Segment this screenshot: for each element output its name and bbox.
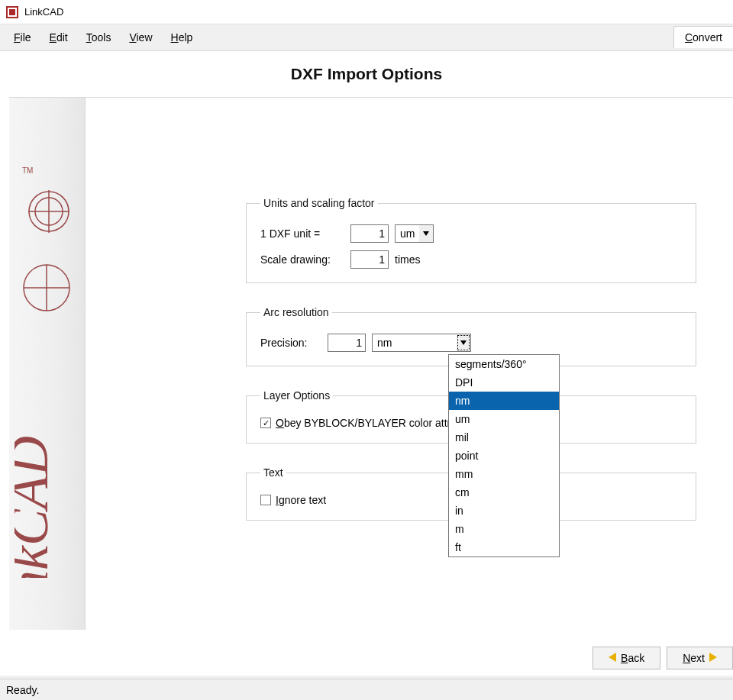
chevron-down-icon[interactable] bbox=[457, 334, 470, 351]
menu-view[interactable]: View bbox=[120, 27, 161, 48]
precision-option[interactable]: mil bbox=[449, 428, 559, 447]
scale-suffix: times bbox=[395, 253, 420, 266]
precision-dropdown-list[interactable]: segments/360° DPI nm um mil point mm cm … bbox=[448, 354, 560, 557]
obey-checkbox[interactable] bbox=[260, 418, 271, 428]
precision-value-input[interactable] bbox=[328, 334, 366, 352]
precision-option[interactable]: in bbox=[449, 502, 559, 520]
precision-combo-value: nm bbox=[373, 334, 457, 351]
unit-combo[interactable]: um bbox=[395, 224, 434, 243]
next-label: Next bbox=[683, 652, 705, 664]
back-label: Back bbox=[621, 652, 644, 664]
precision-option[interactable]: segments/360° bbox=[449, 355, 559, 373]
precision-option[interactable]: um bbox=[449, 410, 559, 428]
precision-option[interactable]: ft bbox=[449, 538, 559, 556]
group-arc-legend: Arc resolution bbox=[260, 306, 332, 318]
svg-rect-2 bbox=[9, 9, 15, 15]
menu-edit[interactable]: Edit bbox=[40, 27, 77, 48]
precision-option[interactable]: cm bbox=[449, 483, 559, 502]
scale-value-input[interactable] bbox=[350, 250, 389, 269]
svg-marker-14 bbox=[609, 653, 616, 662]
sidebar-logo: linkCAD TM bbox=[9, 98, 86, 630]
triangle-left-icon bbox=[609, 652, 616, 664]
precision-option[interactable]: DPI bbox=[449, 373, 559, 392]
precision-option[interactable]: nm bbox=[449, 392, 559, 410]
ignore-text-label[interactable]: Ignore text bbox=[276, 494, 326, 506]
svg-marker-13 bbox=[460, 340, 467, 345]
next-button[interactable]: Next bbox=[667, 647, 733, 669]
statusbar: Ready. bbox=[0, 679, 733, 700]
unit-label: 1 DXF unit = bbox=[260, 227, 344, 240]
main-panel: DXF Import Options linkCAD TM bbox=[0, 50, 733, 676]
titlebar: LinkCAD bbox=[0, 0, 733, 24]
group-units: Units and scaling factor 1 DXF unit = um… bbox=[246, 197, 696, 283]
svg-marker-12 bbox=[423, 231, 429, 236]
group-text-legend: Text bbox=[260, 466, 286, 479]
tab-convert[interactable]: Convert bbox=[673, 26, 733, 48]
precision-option[interactable]: point bbox=[449, 447, 559, 465]
precision-option[interactable]: mm bbox=[449, 465, 559, 483]
svg-text:TM: TM bbox=[22, 166, 33, 175]
status-text: Ready. bbox=[6, 684, 39, 696]
precision-label: Precision: bbox=[260, 337, 321, 349]
precision-option[interactable]: m bbox=[449, 520, 559, 538]
window-title: LinkCAD bbox=[24, 6, 63, 18]
menu-file[interactable]: File bbox=[5, 27, 40, 48]
group-units-legend: Units and scaling factor bbox=[260, 197, 378, 209]
group-layer-legend: Layer Options bbox=[260, 389, 333, 402]
form-area: Units and scaling factor 1 DXF unit = um… bbox=[86, 98, 733, 630]
svg-text:linkCAD: linkCAD bbox=[15, 436, 60, 578]
content-wrap: linkCAD TM Units and scaling factor 1 DX… bbox=[9, 97, 733, 630]
chevron-down-icon[interactable] bbox=[419, 225, 433, 242]
nav-buttons: Back Next bbox=[593, 647, 733, 669]
menubar: File Edit Tools View Help Convert bbox=[0, 24, 733, 50]
unit-value-input[interactable] bbox=[350, 224, 389, 243]
linkcad-icon bbox=[6, 6, 18, 18]
ignore-text-checkbox[interactable] bbox=[260, 495, 271, 505]
svg-marker-15 bbox=[709, 653, 717, 662]
menu-tools[interactable]: Tools bbox=[77, 27, 121, 48]
menu-help[interactable]: Help bbox=[162, 27, 202, 48]
precision-combo[interactable]: nm bbox=[372, 334, 471, 352]
back-button[interactable]: Back bbox=[593, 647, 660, 669]
triangle-right-icon bbox=[709, 652, 717, 664]
unit-combo-value: um bbox=[396, 225, 419, 242]
scale-label: Scale drawing: bbox=[260, 253, 344, 266]
page-title: DXF Import Options bbox=[0, 51, 733, 91]
